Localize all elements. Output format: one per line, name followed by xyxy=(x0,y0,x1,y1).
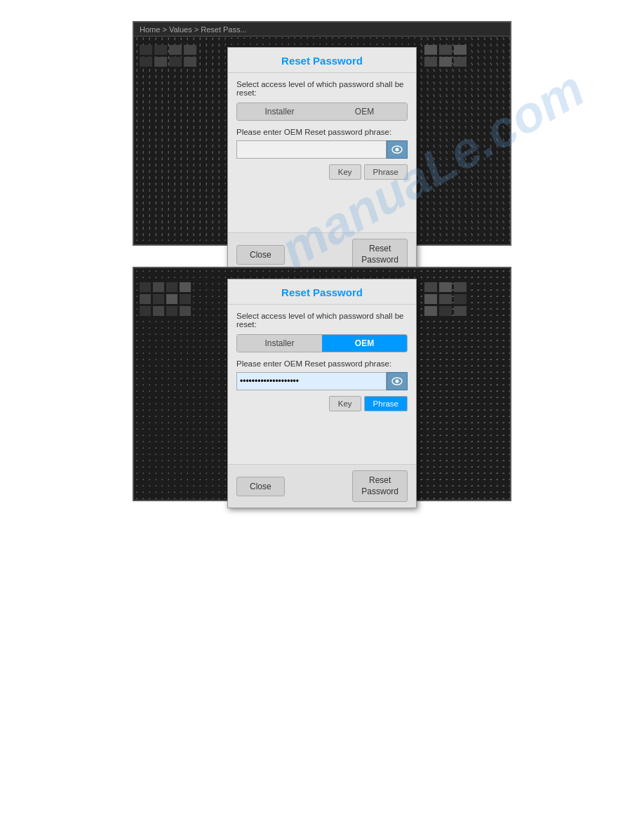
svg-point-3 xyxy=(396,380,399,383)
password-input-1[interactable] xyxy=(236,140,387,159)
password-row-2 xyxy=(236,372,408,390)
dialog-footer-2: Close ResetPassword xyxy=(228,464,416,508)
nav-bar-1: Home > Values > Reset Pass... xyxy=(134,22,510,37)
phrase-label-2: Please enter OEM Reset password phrase: xyxy=(236,359,408,368)
eye-button-2[interactable] xyxy=(387,372,408,390)
dialog-title-2: Reset Password xyxy=(228,279,416,305)
eye-button-1[interactable] xyxy=(387,140,408,159)
phrase-label-1: Please enter OEM Reset password phrase: xyxy=(236,128,408,136)
dialog-title-1: Reset Password xyxy=(228,48,416,73)
dialog-1: Reset Password Select access level of wh… xyxy=(227,47,417,277)
key-btn-2[interactable]: Key xyxy=(329,396,361,411)
close-btn-1[interactable]: Close xyxy=(236,245,285,265)
access-level-row-1: Installer OEM xyxy=(236,102,408,121)
close-btn-2[interactable]: Close xyxy=(236,477,285,496)
phrase-btn-1[interactable]: Phrase xyxy=(364,164,408,180)
screenshot-2: Reset Password Select access level of wh… xyxy=(133,267,511,501)
select-label-1: Select access level of which password sh… xyxy=(236,80,408,97)
reset-btn-2[interactable]: ResetPassword xyxy=(352,470,408,502)
installer-btn-2[interactable]: Installer xyxy=(237,335,322,352)
password-input-2[interactable] xyxy=(236,372,387,390)
oem-btn-1[interactable]: OEM xyxy=(322,103,407,120)
screenshot-1: Home > Values > Reset Pass... xyxy=(133,21,511,246)
phrase-btn-2[interactable]: Phrase xyxy=(364,396,408,411)
key-btn-1[interactable]: Key xyxy=(329,164,361,180)
select-label-2: Select access level of which password sh… xyxy=(236,312,408,329)
eye-icon-2 xyxy=(391,377,403,385)
svg-point-1 xyxy=(396,148,399,152)
password-row-1 xyxy=(236,140,408,159)
oem-btn-2[interactable]: OEM xyxy=(322,335,407,352)
reset-btn-1[interactable]: ResetPassword xyxy=(352,239,408,270)
dialog-2: Reset Password Select access level of wh… xyxy=(227,279,417,508)
access-level-row-2: Installer OEM xyxy=(236,334,408,352)
installer-btn-1[interactable]: Installer xyxy=(237,103,322,120)
breadcrumb-1: Home > Values > Reset Pass... xyxy=(140,25,247,34)
eye-icon-1 xyxy=(391,145,403,154)
key-phrase-row-2: Key Phrase xyxy=(236,396,408,411)
key-phrase-row-1: Key Phrase xyxy=(236,164,408,180)
